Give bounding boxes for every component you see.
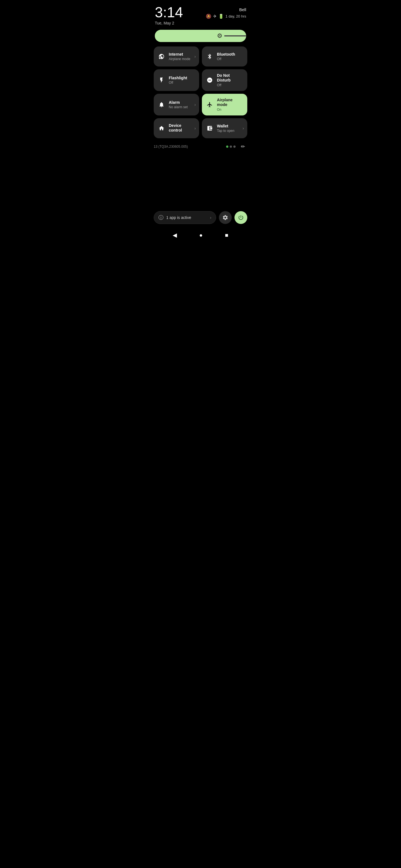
tile-flashlight-title: Flashlight — [169, 76, 195, 81]
tile-wallet-arrow: › — [242, 126, 244, 130]
edit-button[interactable]: ✏ — [238, 142, 247, 151]
active-app-text: 1 app is active — [166, 215, 207, 220]
nav-bar: ◀ ● ■ — [150, 227, 251, 244]
battery-icon: 🔋 — [218, 13, 224, 19]
date-label: Tue, May 2 — [155, 21, 183, 25]
tile-alarm-arrow: › — [194, 102, 196, 107]
status-icons-area: Bell 🔕 ✈ 🔋 1 day, 20 hrs — [206, 4, 246, 19]
tile-wallet-text: Wallet Tap to open — [217, 124, 244, 133]
tile-bluetooth-sub: Off — [217, 57, 244, 61]
tile-dnd-text: Do Not Disturb Off — [217, 73, 244, 87]
flashlight-icon — [157, 77, 165, 83]
battery-label: 1 day, 20 hrs — [226, 14, 246, 18]
bluetooth-icon — [206, 54, 213, 60]
footer-bar: 13 (TQ3A.230605.005) ✏ — [150, 138, 251, 153]
tile-bluetooth-title: Bluetooth — [217, 52, 244, 57]
dot-1 — [226, 146, 228, 148]
status-icons: 🔕 ✈ 🔋 1 day, 20 hrs — [206, 13, 246, 19]
tile-wallet-sub: Tap to open — [217, 129, 244, 133]
recents-button[interactable]: ■ — [223, 230, 230, 240]
tile-alarm-text: Alarm No alarm set — [169, 100, 195, 109]
tile-internet-sub: Airplane mode — [169, 57, 195, 61]
globe-icon — [157, 54, 165, 60]
tile-flashlight[interactable]: Flashlight Off — [154, 69, 199, 91]
brightness-fill — [155, 30, 224, 42]
tile-flashlight-text: Flashlight Off — [169, 76, 195, 85]
alarm-icon — [157, 101, 165, 108]
tile-internet-arrow: › — [194, 54, 196, 59]
dnd-icon — [206, 77, 213, 83]
home-button[interactable]: ● — [197, 230, 204, 240]
tile-airplane-text: Airplane mode On — [217, 98, 244, 112]
tile-devicecontrol-text: Device control — [169, 123, 195, 133]
tile-wallet[interactable]: Wallet Tap to open › — [202, 118, 247, 138]
tile-flashlight-sub: Off — [169, 81, 195, 85]
airplane-tile-icon — [206, 101, 213, 108]
dot-2 — [230, 146, 232, 148]
version-text: 13 (TQ3A.230605.005) — [154, 145, 223, 149]
bell-label: Bell — [239, 7, 246, 12]
tile-airplane-sub: On — [217, 108, 244, 112]
brightness-track[interactable]: ⚙ — [155, 30, 246, 42]
airplane-status-icon: ✈ — [213, 13, 217, 19]
back-button[interactable]: ◀ — [171, 230, 178, 240]
tile-wallet-title: Wallet — [217, 124, 244, 128]
active-app-pill[interactable]: ⓘ 1 app is active › — [154, 211, 216, 224]
brightness-row[interactable]: ⚙ — [150, 26, 251, 46]
mute-icon: 🔕 — [206, 13, 211, 19]
quick-settings-grid: Internet Airplane mode › Bluetooth Off F… — [150, 46, 251, 138]
tile-airplane[interactable]: Airplane mode On — [202, 94, 247, 116]
tile-dnd[interactable]: Do Not Disturb Off — [202, 69, 247, 91]
brightness-track-bg — [224, 35, 246, 36]
tile-alarm[interactable]: Alarm No alarm set › — [154, 94, 199, 116]
tile-devicecontrol-arrow: › — [194, 126, 196, 130]
tile-internet-title: Internet — [169, 52, 195, 57]
tile-bluetooth-text: Bluetooth Off — [217, 52, 244, 61]
tile-airplane-title: Airplane mode — [217, 98, 244, 107]
tile-devicecontrol-title: Device control — [169, 123, 195, 133]
tile-alarm-title: Alarm — [169, 100, 195, 105]
tile-dnd-title: Do Not Disturb — [217, 73, 244, 83]
status-bar: 3:14 Tue, May 2 Bell 🔕 ✈ 🔋 1 day, 20 hrs — [150, 0, 251, 26]
tile-internet[interactable]: Internet Airplane mode › — [154, 46, 199, 66]
bottom-strip: ⓘ 1 app is active › — [150, 208, 251, 227]
tile-bluetooth[interactable]: Bluetooth Off — [202, 46, 247, 66]
tile-internet-text: Internet Airplane mode — [169, 52, 195, 61]
pill-arrow: › — [210, 215, 211, 220]
power-button[interactable] — [234, 211, 247, 224]
page-dots — [226, 146, 236, 148]
clock-time: 3:14 — [155, 4, 183, 20]
tile-devicecontrol[interactable]: Device control › — [154, 118, 199, 138]
home-icon — [157, 125, 165, 131]
info-icon: ⓘ — [159, 214, 164, 221]
tile-alarm-sub: No alarm set — [169, 105, 195, 109]
tile-dnd-sub: Off — [217, 83, 244, 87]
brightness-icon: ⚙ — [217, 32, 223, 39]
wallet-icon — [206, 125, 213, 131]
settings-button[interactable] — [219, 211, 232, 224]
dot-3 — [233, 146, 236, 148]
